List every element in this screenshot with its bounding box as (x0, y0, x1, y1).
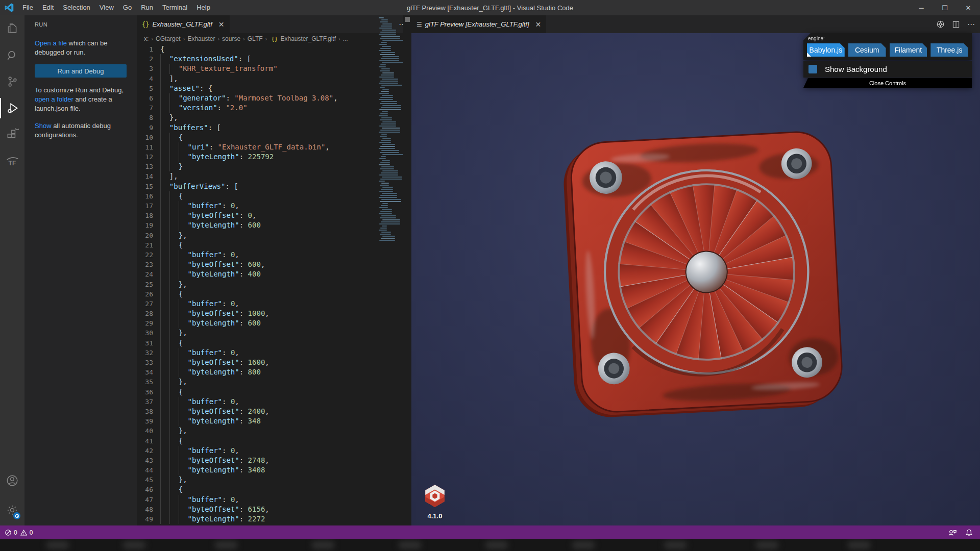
show-background-checkbox[interactable] (808, 65, 817, 73)
code-line[interactable]: 29 "byteLength": 600 (137, 318, 411, 328)
code-line[interactable]: 5 "asset": { (137, 84, 411, 93)
scrollbar-thumb[interactable] (405, 17, 410, 22)
code-line[interactable]: 28 "byteOffset": 1000, (137, 309, 411, 318)
menu-view[interactable]: View (95, 0, 118, 15)
code-line[interactable]: 18 "byteOffset": 0, (137, 211, 411, 220)
more-actions-icon[interactable]: ⋯ (967, 20, 975, 29)
close-button[interactable]: ✕ (957, 0, 980, 15)
code-line[interactable]: 24 "byteLength": 400 (137, 269, 411, 279)
code-line[interactable]: 14 ], (137, 171, 411, 181)
code-editor[interactable]: 1{2 "extensionsUsed": [3 "KHR_texture_tr… (137, 44, 411, 525)
code-line[interactable]: 45 }, (137, 475, 411, 485)
code-line[interactable]: 2 "extensionsUsed": [ (137, 54, 411, 64)
code-line[interactable]: 26 { (137, 289, 411, 299)
code-line[interactable]: 1{ (137, 44, 411, 54)
open-a-folder-link[interactable]: open a folder (35, 95, 74, 103)
code-line[interactable]: 25 }, (137, 280, 411, 289)
code-line[interactable]: 6 "generator": "Marmoset Toolbag 3.08", (137, 93, 411, 103)
tab-exhauster-gltf[interactable]: {} Exhauster_GLTF.gltf ✕ (137, 15, 230, 33)
code-line[interactable]: 31 { (137, 338, 411, 348)
code-line[interactable]: 27 "buffer": 0, (137, 299, 411, 309)
code-line[interactable]: 44 "byteLength": 3408 (137, 465, 411, 475)
code-line[interactable]: 3 "KHR_texture_transform" (137, 64, 411, 73)
breadcrumb-item-sourse[interactable]: sourse (222, 35, 240, 42)
engine-button-threejs[interactable]: Three.js (930, 43, 968, 57)
explorer-icon[interactable] (0, 15, 24, 42)
code-line[interactable]: 42 "buffer": 0, (137, 446, 411, 456)
code-line[interactable]: 20 }, (137, 231, 411, 240)
menu-terminal[interactable]: Terminal (158, 0, 192, 15)
code-line[interactable]: 12 "byteLength": 225792 (137, 152, 411, 162)
code-line[interactable]: 34 "byteLength": 800 (137, 367, 411, 377)
code-line[interactable]: 37 "buffer": 0, (137, 397, 411, 407)
search-icon[interactable] (0, 42, 24, 68)
minimize-button[interactable]: ─ (910, 0, 933, 15)
close-controls-button[interactable]: Close Controls (803, 78, 972, 88)
tab-close-icon[interactable]: ✕ (218, 20, 225, 29)
code-line[interactable]: 15 "bufferViews": [ (137, 182, 411, 191)
code-line[interactable]: 38 "byteOffset": 2400, (137, 407, 411, 416)
code-line[interactable]: 13 } (137, 162, 411, 171)
breadcrumb-item-file[interactable]: Exhauster_GLTF.gltf (280, 35, 336, 42)
breadcrumb-item-exhauster[interactable]: Exhauster (187, 35, 215, 42)
show-configurations-link[interactable]: Show (35, 122, 52, 130)
editor-scrollbar[interactable] (403, 15, 411, 525)
warnings-indicator[interactable]: 0 (20, 529, 33, 536)
code-line[interactable]: 39 "byteLength": 348 (137, 416, 411, 426)
code-line[interactable]: 4 ], (137, 74, 411, 84)
code-line[interactable]: 33 "byteOffset": 1600, (137, 358, 411, 367)
breadcrumb-item-x[interactable]: x: (144, 35, 149, 42)
menu-edit[interactable]: Edit (38, 0, 58, 15)
code-line[interactable]: 9 "buffers": [ (137, 123, 411, 133)
tab-gltf-preview[interactable]: ☰ glTF Preview [Exhauster_GLTF.gltf] ✕ (411, 15, 546, 33)
split-editor-icon[interactable] (952, 20, 960, 29)
exhauster-3d-model[interactable] (562, 121, 848, 427)
code-line[interactable]: 23 "byteOffset": 600, (137, 260, 411, 269)
open-a-file-link[interactable]: Open a file (35, 39, 67, 47)
inspector-wheel-icon[interactable] (936, 20, 945, 29)
code-line[interactable]: 19 "byteLength": 600 (137, 220, 411, 230)
menu-file[interactable]: File (18, 0, 38, 15)
code-line[interactable]: 7 "version": "2.0" (137, 103, 411, 113)
code-line[interactable]: 30 }, (137, 328, 411, 338)
settings-gear-icon[interactable] (0, 497, 24, 523)
code-line[interactable]: 36 { (137, 387, 411, 397)
notifications-bell-icon[interactable] (965, 529, 973, 537)
engine-button-cesium[interactable]: Cesium (848, 43, 886, 57)
code-line[interactable]: 48 "byteOffset": 6156, (137, 505, 411, 514)
show-background-row[interactable]: Show Background (803, 61, 972, 78)
code-line[interactable]: 40 }, (137, 426, 411, 436)
menu-run[interactable]: Run (136, 0, 158, 15)
code-line[interactable]: 10 { (137, 133, 411, 142)
menu-help[interactable]: Help (192, 0, 215, 15)
breadcrumb-item-gltf[interactable]: GLTF (248, 35, 263, 42)
breadcrumb-item-cgtarget[interactable]: CGtarget (156, 35, 181, 42)
gltf-preview-canvas[interactable]: engine: Babylon.jsCesiumFilamentThree.js… (411, 33, 980, 525)
extensions-icon[interactable] (0, 121, 24, 148)
run-and-debug-icon[interactable] (0, 95, 24, 121)
gltf-tools-icon[interactable]: TF (0, 148, 24, 174)
code-line[interactable]: 11 "uri": "Exhauster_GLTF_data.bin", (137, 142, 411, 152)
code-line[interactable]: 41 { (137, 436, 411, 446)
menu-go[interactable]: Go (118, 0, 136, 15)
code-line[interactable]: 8 }, (137, 113, 411, 122)
feedback-icon[interactable] (948, 529, 957, 537)
code-line[interactable]: 46 { (137, 485, 411, 494)
code-line[interactable]: 35 }, (137, 377, 411, 387)
source-control-icon[interactable] (0, 68, 24, 95)
code-line[interactable]: 49 "byteLength": 2272 (137, 514, 411, 524)
errors-indicator[interactable]: 0 (5, 529, 17, 536)
engine-button-filament[interactable]: Filament (890, 43, 927, 57)
maximize-button[interactable]: ☐ (933, 0, 957, 15)
menu-selection[interactable]: Selection (58, 0, 94, 15)
code-line[interactable]: 47 "buffer": 0, (137, 495, 411, 505)
code-line[interactable]: 16 { (137, 191, 411, 201)
code-line[interactable]: 21 { (137, 240, 411, 250)
code-line[interactable]: 43 "byteOffset": 2748, (137, 456, 411, 465)
minimap[interactable] (376, 16, 403, 523)
code-line[interactable]: 17 "buffer": 0, (137, 201, 411, 211)
account-icon[interactable] (0, 467, 24, 494)
engine-button-babylonjs[interactable]: Babylon.js (807, 43, 845, 57)
code-line[interactable]: 32 "buffer": 0, (137, 348, 411, 358)
run-and-debug-button[interactable]: Run and Debug (35, 64, 127, 78)
